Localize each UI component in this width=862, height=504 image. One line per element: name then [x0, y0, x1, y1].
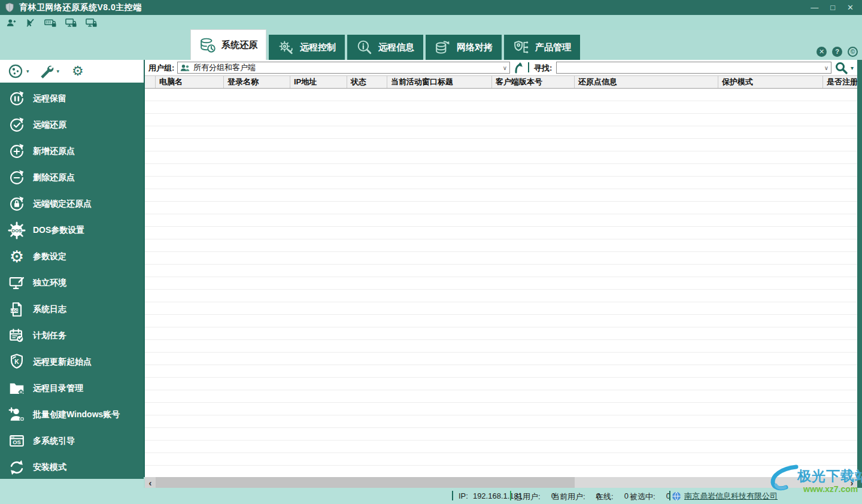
sidebar-item-system-log[interactable]: LOG 系统日志: [0, 296, 144, 323]
column-header-ip-address[interactable]: IP地址: [290, 76, 347, 88]
chevron-down-icon[interactable]: ▾: [26, 68, 29, 74]
sidebar-item-remote-lock-restore-point[interactable]: 远端锁定还原点: [0, 191, 144, 217]
right-edge-strip: [857, 60, 862, 488]
chevron-down-icon: ∨: [503, 65, 507, 71]
stat-label: 当前用户:: [552, 491, 585, 502]
find-input-box[interactable]: ∨: [556, 62, 831, 74]
group-select-value: 所有分组和客户端: [193, 62, 256, 73]
keyboard-lock-icon[interactable]: [44, 18, 57, 28]
sidebar-item-scheduled-tasks[interactable]: 计划任务: [0, 323, 144, 349]
client-table-body[interactable]: [145, 89, 857, 477]
column-header-login-name[interactable]: 登录名称: [224, 76, 290, 88]
stat-label: 被选中:: [630, 491, 655, 502]
help-circle-button[interactable]: ?: [832, 47, 842, 57]
sidebar-item-add-restore-point[interactable]: 新增还原点: [0, 138, 144, 165]
sidebar-item-label: 批量创建Windows账号: [33, 409, 120, 420]
user-icon[interactable]: [6, 18, 17, 28]
database-clock-icon: [199, 37, 216, 53]
scroll-left-button[interactable]: ‹: [145, 477, 156, 488]
sidebar-item-multi-system-boot[interactable]: OS 多系统引导: [0, 428, 144, 454]
sidebar-item-delete-restore-point[interactable]: 删除还原点: [0, 165, 144, 191]
group-select[interactable]: 所有分组和客户端 ∨: [177, 62, 510, 74]
status-separator: [669, 491, 670, 500]
monitor-lock-2-icon[interactable]: [86, 18, 98, 28]
find-input[interactable]: [559, 63, 821, 73]
gear-wrench-icon: [278, 40, 294, 55]
sidebar-bottom-strip: [0, 479, 144, 488]
database-copy-icon: [435, 40, 451, 55]
tab-product-management[interactable]: 产品管理: [504, 35, 580, 60]
sidebar-item-param-settings[interactable]: ⚙ 参数设定: [0, 244, 144, 270]
gear-icon[interactable]: ⚙: [72, 65, 84, 78]
sidebar: ▾ ▾ ⚙ 远程保留 远端还原 新增还原点 删除还原点: [0, 60, 144, 479]
sidebar-item-label: 多系统引导: [33, 436, 75, 447]
sidebar-item-label: 参数设定: [33, 251, 66, 262]
sidebar-item-install-mode[interactable]: 安装模式: [0, 454, 144, 481]
chevron-down-icon[interactable]: ▾: [57, 68, 60, 74]
svg-text:K: K: [14, 359, 19, 365]
column-header-computer-name[interactable]: 电脑名: [156, 76, 224, 88]
search-icon[interactable]: [835, 62, 848, 74]
monitor-pen-icon: [8, 274, 26, 292]
minimize-button[interactable]: —: [811, 4, 818, 11]
mouse-disable-icon[interactable]: [25, 18, 36, 28]
info-magnifier-icon: [356, 40, 372, 55]
tab-label: 远程信息: [378, 42, 414, 53]
tab-remote-info[interactable]: 远程信息: [347, 35, 423, 60]
column-header-restore-point-info[interactable]: 还原点信息: [575, 76, 718, 88]
monitor-lock-icon[interactable]: [65, 18, 77, 28]
sidebar-item-dos-param-settings[interactable]: DOS DOS参数设置: [0, 217, 144, 244]
tab-label: 系统还原: [221, 40, 257, 51]
wrench-icon[interactable]: [38, 63, 54, 79]
stat-label: 在线:: [596, 491, 614, 502]
sidebar-item-batch-create-windows-accounts[interactable]: 批量创建Windows账号: [0, 402, 144, 428]
column-header-client-version[interactable]: 客户端版本号: [492, 76, 575, 88]
window-controls: — □ ✕: [811, 4, 854, 11]
restore-check-icon: [8, 116, 26, 134]
column-header-selector[interactable]: [145, 76, 156, 88]
maximize-button[interactable]: □: [830, 4, 835, 11]
folder-gear-icon: [8, 379, 26, 397]
sidebar-item-remote-directory-management[interactable]: 远程目录管理: [0, 375, 144, 402]
os-window-icon: OS: [8, 432, 26, 450]
locate-arrow-icon[interactable]: [512, 62, 524, 74]
sidebar-item-remote-update-start-point[interactable]: K 远程更新起始点: [0, 349, 144, 375]
status-total-users: 总用户: 0: [515, 491, 556, 502]
horizontal-scrollbar[interactable]: ‹ ›: [145, 477, 857, 488]
sidebar-item-label: 计划任务: [33, 330, 66, 341]
search-options-caret[interactable]: ▾: [851, 65, 854, 71]
tab-remote-control[interactable]: 远程控制: [269, 35, 345, 60]
calendar-check-icon: [8, 327, 26, 345]
column-header-status[interactable]: 状态: [347, 76, 387, 88]
status-current-users: 当前用户: 0: [552, 491, 600, 502]
find-label: 寻找:: [534, 63, 552, 74]
sidebar-item-remote-keep[interactable]: 远程保留: [0, 86, 144, 112]
refresh-arrows-icon: [8, 459, 26, 476]
sidebar-item-label: 新增还原点: [33, 146, 75, 157]
column-header-registered[interactable]: 是否注册: [823, 76, 857, 88]
tab-network-copy[interactable]: 网络对拷: [426, 35, 502, 60]
sidebar-item-label: 系统日志: [33, 304, 66, 315]
globe-icon: [672, 491, 681, 501]
scrollbar-thumb[interactable]: [156, 477, 575, 488]
close-button[interactable]: ✕: [847, 4, 854, 11]
dos-gear-icon: DOS: [8, 221, 26, 239]
sidebar-item-standalone-environment[interactable]: 独立环境: [0, 270, 144, 296]
sidebar-item-label: 远端还原: [33, 120, 66, 130]
scroll-right-button[interactable]: ›: [846, 477, 857, 488]
company-link[interactable]: 南京鼎岩信息科技有限公司: [684, 491, 778, 502]
tab-system-restore[interactable]: 系统还原: [190, 29, 266, 60]
tab-label: 网络对拷: [457, 42, 493, 53]
status-separator: [510, 491, 511, 500]
ip-label: IP:: [459, 491, 468, 500]
column-header-active-window-title[interactable]: 当前活动窗口标题: [387, 76, 492, 88]
sidebar-item-remote-restore[interactable]: 远端还原: [0, 112, 144, 138]
filter-divider: [528, 62, 529, 72]
copyright-circle-button[interactable]: ©: [848, 47, 858, 57]
status-dial-icon[interactable]: [8, 63, 23, 79]
status-bar: IP: 192.168.1.181 总用户: 0 当前用户: 0 在线: 0 被…: [0, 488, 862, 504]
column-header-protection-mode[interactable]: 保护模式: [718, 76, 823, 88]
close-circle-button[interactable]: ✕: [817, 47, 827, 57]
stat-label: 总用户:: [515, 491, 541, 502]
log-document-icon: LOG: [8, 300, 26, 318]
